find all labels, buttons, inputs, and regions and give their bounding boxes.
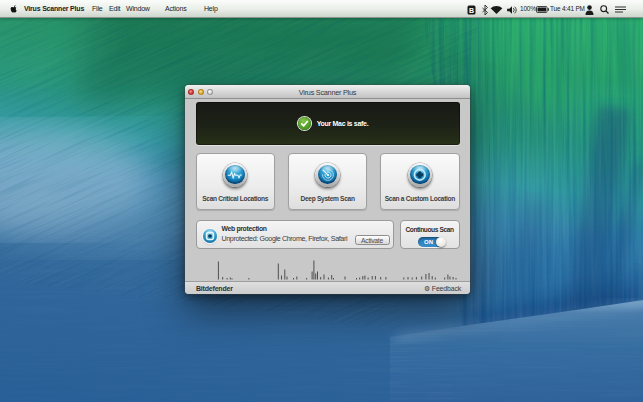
svg-text:B: B — [469, 7, 474, 14]
